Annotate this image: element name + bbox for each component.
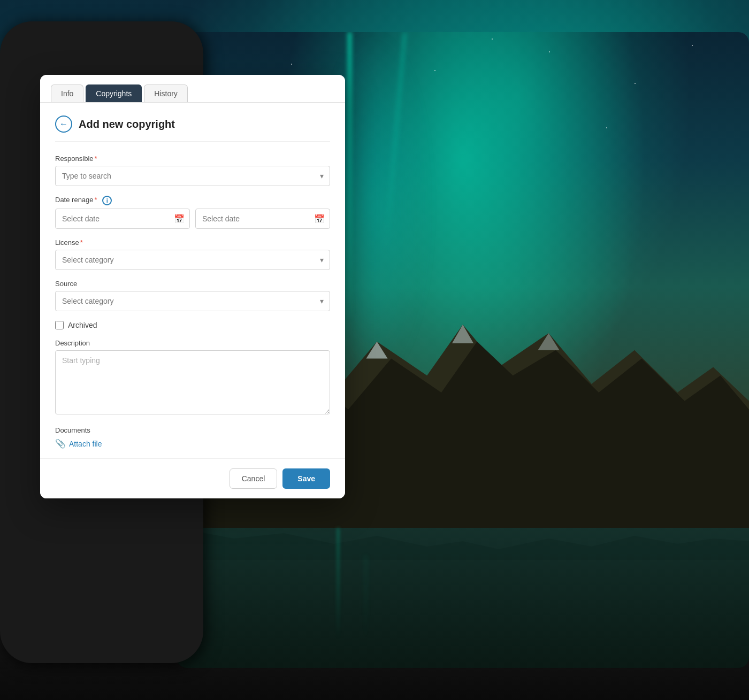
source-select-wrapper [55, 291, 330, 311]
tab-history[interactable]: History [144, 84, 188, 102]
star [549, 51, 550, 52]
archived-row: Archived [55, 321, 330, 329]
date-range-info-icon[interactable]: i [102, 196, 112, 205]
tabs-bar: Info Copyrights History [40, 75, 345, 102]
attach-file-label: Attach file [69, 440, 102, 448]
date-range-label: Date renage* i [55, 196, 330, 205]
documents-label: Documents [55, 426, 330, 434]
date-row: 📅 📅 [55, 209, 330, 229]
responsible-input[interactable] [55, 166, 330, 186]
description-textarea[interactable] [55, 350, 330, 414]
svg-marker-5 [177, 528, 749, 560]
star [692, 45, 693, 46]
source-field-group: Source [55, 280, 330, 311]
star [291, 64, 292, 65]
attach-icon: 📎 [55, 439, 66, 449]
reflection-aurora [337, 528, 339, 640]
documents-section: Documents 📎 Attach file [55, 426, 330, 449]
description-field-group: Description [55, 339, 330, 417]
responsible-label: Responsible* [55, 155, 330, 163]
form-header: ← Add new copyright [55, 116, 330, 142]
license-select-wrapper [55, 250, 330, 270]
required-star: * [95, 155, 97, 163]
required-star-date: * [95, 196, 97, 204]
cancel-button[interactable]: Cancel [230, 468, 278, 489]
modal-footer: Cancel Save [40, 458, 345, 498]
description-label: Description [55, 339, 330, 347]
responsible-field-group: Responsible* [55, 155, 330, 186]
date-range-field-group: Date renage* i 📅 📅 [55, 196, 330, 229]
required-star-license: * [80, 239, 83, 247]
start-date-wrapper: 📅 [55, 209, 190, 229]
responsible-select-wrapper [55, 166, 330, 186]
tab-copyrights[interactable]: Copyrights [86, 84, 142, 102]
license-input[interactable] [55, 250, 330, 270]
archived-label: Archived [68, 321, 97, 329]
form-area: ← Add new copyright Responsible* Date re… [40, 103, 345, 449]
star [606, 127, 607, 128]
reflection-aurora-2 [365, 556, 366, 640]
star [635, 83, 636, 84]
back-button[interactable]: ← [55, 116, 72, 133]
star [492, 39, 493, 40]
water-reflection [177, 528, 749, 668]
save-button[interactable]: Save [282, 468, 330, 489]
source-input[interactable] [55, 291, 330, 311]
form-title: Add new copyright [79, 118, 175, 130]
license-label: License* [55, 239, 330, 247]
attach-file-button[interactable]: 📎 Attach file [55, 439, 102, 449]
reflection-svg [177, 528, 749, 560]
source-label: Source [55, 280, 330, 288]
tab-info[interactable]: Info [51, 84, 83, 102]
archived-checkbox[interactable] [55, 321, 64, 329]
star [434, 70, 435, 71]
end-date-input[interactable] [195, 209, 330, 229]
end-date-wrapper: 📅 [195, 209, 330, 229]
modal-dialog: Info Copyrights History ← Add new copyri… [40, 75, 345, 498]
license-field-group: License* [55, 239, 330, 270]
start-date-input[interactable] [55, 209, 190, 229]
